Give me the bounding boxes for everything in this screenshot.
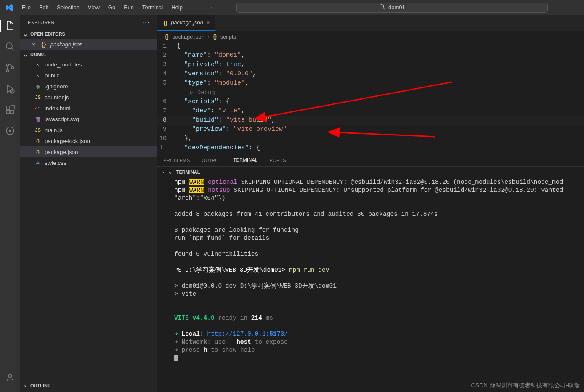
code-text: "build": "vite build", xyxy=(176,116,275,125)
code-line[interactable]: 8 "build": "vite build", xyxy=(157,116,584,125)
tree-item-label: style.css xyxy=(45,160,66,166)
account-icon[interactable] xyxy=(4,372,16,384)
menu-run[interactable]: Run xyxy=(119,2,138,13)
json-icon: {} xyxy=(213,34,217,40)
chevron-right-icon: › xyxy=(22,383,29,389)
svg-point-11 xyxy=(9,130,11,132)
nav-back-icon[interactable]: ← xyxy=(210,4,215,11)
terminal-line xyxy=(174,218,577,226)
open-editors-header[interactable]: ⌄ OPEN EDITORS xyxy=(20,29,157,39)
terminal-section-header[interactable]: › ⌄ TERMINAL xyxy=(157,167,584,177)
file-javascript-svg[interactable]: ▦javascript.svg xyxy=(20,114,157,124)
menu-terminal[interactable]: Terminal xyxy=(138,2,167,13)
code-text: { xyxy=(176,42,181,51)
explorer-header: EXPLORER ··· xyxy=(20,15,157,29)
menu-go[interactable]: Go xyxy=(104,2,119,13)
chevron-down-icon: ⌄ xyxy=(168,170,172,175)
svg-point-2 xyxy=(7,64,9,66)
file-tree: ›node_modules›public◆.gitignoreJScounter… xyxy=(20,59,157,168)
extensions-icon[interactable] xyxy=(4,104,16,116)
search-icon xyxy=(379,4,385,11)
file-package-lock-json[interactable]: {}package-lock.json xyxy=(20,135,157,146)
terminal-line: 3 packages are looking for funding xyxy=(174,226,577,234)
line-number: 7 xyxy=(157,106,176,116)
file-package-json[interactable]: {}package.json xyxy=(20,146,157,157)
folder-node-modules[interactable]: ›node_modules xyxy=(20,59,157,70)
explorer-icon[interactable] xyxy=(4,20,16,32)
workspace-header[interactable]: ⌄ DOM01 xyxy=(20,50,157,59)
file-counter-js[interactable]: JScounter.js xyxy=(20,92,157,103)
breadcrumb[interactable]: {}package.json›{}scripts xyxy=(157,31,584,42)
tree-item-label: counter.js xyxy=(45,94,69,101)
tree-item-label: javascript.svg xyxy=(45,116,79,122)
nav-forward-icon[interactable]: → xyxy=(221,4,226,11)
file-type-icon: # xyxy=(34,159,42,166)
search-panel-icon[interactable] xyxy=(4,41,16,53)
code-line[interactable]: 3 "private": true, xyxy=(157,60,584,69)
file--gitignore[interactable]: ◆.gitignore xyxy=(20,81,157,92)
tab-label: package.json xyxy=(171,19,203,26)
svg-point-12 xyxy=(8,374,12,378)
json-icon: {} xyxy=(165,34,169,40)
line-number: 3 xyxy=(157,60,176,69)
svg-rect-7 xyxy=(6,110,10,114)
menu-selection[interactable]: Selection xyxy=(53,2,83,13)
close-tab-icon[interactable]: × xyxy=(207,19,210,26)
codelens-debug[interactable]: ▷ Debug xyxy=(157,88,584,97)
app-icon xyxy=(5,3,13,12)
file-main-js[interactable]: JSmain.js xyxy=(20,124,157,135)
outline-header[interactable]: › OUTLINE xyxy=(20,381,157,390)
panel-tab-output[interactable]: OUTPUT xyxy=(201,154,223,165)
code-line[interactable]: 5 "type": "module", xyxy=(157,79,584,88)
svg-point-3 xyxy=(7,70,9,72)
json-icon: {} xyxy=(40,41,48,48)
file-type-icon: ◆ xyxy=(34,83,42,90)
remote-icon[interactable] xyxy=(4,125,16,137)
file-index-html[interactable]: <>index.html xyxy=(20,103,157,114)
sidebar-explorer: EXPLORER ··· ⌄ OPEN EDITORS × {} package… xyxy=(20,15,157,392)
folder-public[interactable]: ›public xyxy=(20,70,157,81)
code-line[interactable]: 9 "preview": "vite preview" xyxy=(157,125,584,134)
tab-package-json[interactable]: {} package.json × xyxy=(157,15,216,31)
activity-bar xyxy=(0,15,20,392)
menu-file[interactable]: File xyxy=(18,2,35,13)
code-line[interactable]: 7 "dev": "vite", xyxy=(157,106,584,116)
explorer-more-icon[interactable]: ··· xyxy=(142,18,150,26)
line-number: 1 xyxy=(157,42,176,51)
code-line[interactable]: 11 "devDependencies": { xyxy=(157,143,584,153)
command-center[interactable]: dom01 xyxy=(236,3,548,13)
close-editor-icon[interactable]: × xyxy=(29,41,37,48)
code-line[interactable]: 6 "scripts": { xyxy=(157,97,584,106)
menu-edit[interactable]: Edit xyxy=(35,2,53,13)
terminal-line: > dom01@0.0.0 dev D:\学习案例\WEB 3D开发\dom01 xyxy=(174,282,577,290)
terminal-output[interactable]: npm WARN optional SKIPPING OPTIONAL DEPE… xyxy=(157,177,584,366)
open-editor-item[interactable]: × {} package.json xyxy=(20,39,157,50)
tree-item-label: main.js xyxy=(45,127,63,133)
panel-tab-problems[interactable]: PROBLEMS xyxy=(162,154,191,165)
code-line[interactable]: 2 "name": "dom01", xyxy=(157,51,584,60)
file-style-css[interactable]: #style.css xyxy=(20,157,157,168)
terminal-line xyxy=(174,322,577,330)
panel-tab-terminal[interactable]: TERMINAL xyxy=(233,154,259,165)
nav-arrows: ← → xyxy=(210,4,226,11)
code-line[interactable]: 10 }, xyxy=(157,134,584,143)
menu-help[interactable]: Help xyxy=(167,2,187,13)
code-line[interactable]: 4 "version": "0.0.0", xyxy=(157,69,584,79)
terminal-line: Local: http://127.0.0.1:5173/ xyxy=(174,330,577,338)
scm-icon[interactable] xyxy=(4,62,16,74)
title-bar: FileEditSelectionViewGoRunTerminalHelp ←… xyxy=(0,0,584,15)
code-text: "scripts": { xyxy=(176,97,230,106)
file-type-icon: <> xyxy=(34,106,42,111)
menu-view[interactable]: View xyxy=(84,2,104,13)
line-number: 10 xyxy=(157,134,176,143)
panel-tab-ports[interactable]: PORTS xyxy=(269,154,287,165)
breadcrumb-item[interactable]: scripts xyxy=(220,34,236,40)
breadcrumb-item[interactable]: package.json xyxy=(172,34,204,40)
code-editor[interactable]: 1{2 "name": "dom01",3 "private": true,4 … xyxy=(157,42,584,153)
terminal-line xyxy=(174,298,577,306)
terminal-line: found 0 vulnerabilities xyxy=(174,250,577,258)
code-line[interactable]: 1{ xyxy=(157,42,584,51)
json-icon: {} xyxy=(163,19,167,26)
run-debug-icon[interactable] xyxy=(4,83,16,95)
chevron-right-icon: › xyxy=(208,34,210,40)
